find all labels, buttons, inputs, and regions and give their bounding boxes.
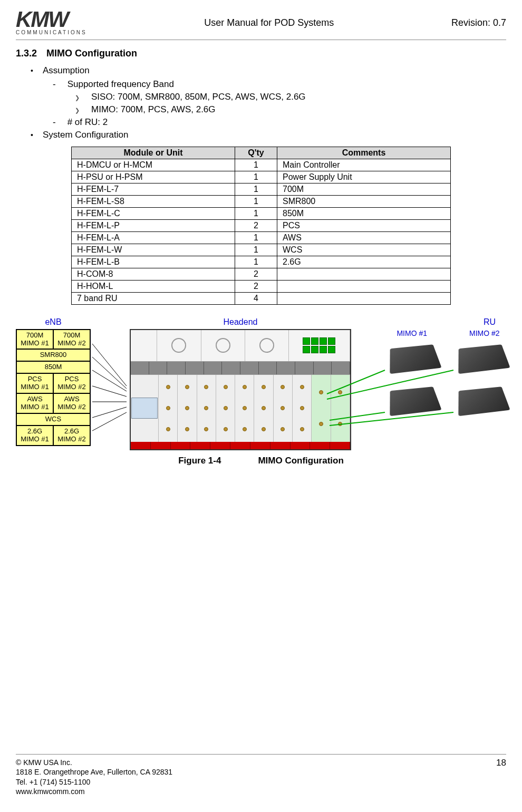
- section-heading: 1.3.2MIMO Configuration: [16, 48, 506, 59]
- cell-comment: 850M: [277, 207, 451, 219]
- cell-comment: 2.6G: [277, 256, 451, 268]
- cell-module: H-FEM-L-B: [72, 256, 235, 268]
- figure-caption-text: MIMO Configuration: [258, 456, 343, 466]
- bullet-ru-count: # of RU: 2: [53, 117, 506, 128]
- table-row: H-HOM-L2: [72, 280, 451, 292]
- cell-qty: 2: [235, 219, 277, 231]
- enb-pcs-1: PCSMIMO #1: [16, 373, 53, 393]
- headend-column: Headend: [101, 317, 380, 450]
- cell-comment: PCS: [277, 219, 451, 231]
- footer-company: © KMW USA Inc.: [16, 758, 172, 767]
- document-title: User Manual for POD Systems: [87, 17, 451, 28]
- table-row: H-FEM-L-S81SMR800: [72, 195, 451, 207]
- bullet-system-config: System Configuration: [31, 130, 506, 140]
- ru-unit: [459, 384, 506, 415]
- cell-qty: 1: [235, 231, 277, 244]
- cell-comment: [277, 268, 451, 280]
- cell-comment: [277, 280, 451, 292]
- dial-icon: [216, 338, 230, 353]
- ru-unit: [459, 342, 506, 373]
- enb-26g-1: 2.6GMIMO #1: [16, 426, 53, 446]
- bullet-assumption: Assumption: [31, 65, 506, 76]
- footer-address: 1818 E. Orangethrope Ave, Fullerton, CA …: [16, 767, 172, 777]
- ru-label: RU: [484, 317, 496, 327]
- lcd-icon: [131, 398, 158, 419]
- cell-module: H-FEM-L-C: [72, 207, 235, 219]
- cell-module: H-DMCU or H-MCM: [72, 159, 235, 171]
- table-row: H-DMCU or H-MCM1Main Controller: [72, 159, 451, 171]
- cell-comment: Power Supply Unit: [277, 171, 451, 183]
- mimo2-label: MIMO #2: [469, 329, 500, 337]
- logo-main: KMW: [16, 11, 68, 28]
- cell-module: H-PSU or H-PSM: [72, 171, 235, 183]
- dial-icon: [171, 338, 186, 353]
- cell-module: H-FEM-L-P: [72, 219, 235, 231]
- mimo1-label: MIMO #1: [397, 329, 427, 337]
- section-title: MIMO Configuration: [46, 48, 137, 59]
- footer-tel: Tel. +1 (714) 515-1100: [16, 777, 172, 787]
- th-comments: Comments: [277, 147, 451, 159]
- enb-aws-2: AWSMIMO #2: [53, 393, 90, 413]
- th-qty: Q'ty: [235, 147, 277, 159]
- enb-smr800: SMR800: [16, 349, 90, 361]
- cell-qty: 1: [235, 195, 277, 207]
- table-row: H-FEM-L-71700M: [72, 183, 451, 195]
- bullet-siso: SISO: 700M, SMR800, 850M, PCS, AWS, WCS,…: [75, 92, 506, 102]
- figure-caption: Figure 1-4MIMO Configuration: [16, 456, 506, 466]
- th-module: Module or Unit: [72, 147, 235, 159]
- section-number: 1.3.2: [16, 48, 37, 59]
- cell-qty: 2: [235, 280, 277, 292]
- cell-module: H-COM-8: [72, 268, 235, 280]
- cell-module: H-HOM-L: [72, 280, 235, 292]
- bullet-freq-band: Supported frequency Band: [53, 79, 506, 90]
- cell-comment: AWS: [277, 231, 451, 244]
- dial-icon: [259, 338, 274, 353]
- cell-qty: 1: [235, 207, 277, 219]
- enb-label: eNB: [16, 317, 91, 327]
- enb-pcs-2: PCSMIMO #2: [53, 373, 90, 393]
- page-footer: © KMW USA Inc. 1818 E. Orangethrope Ave,…: [16, 754, 506, 796]
- table-row: H-FEM-L-P2PCS: [72, 219, 451, 231]
- table-row: H-FEM-L-A1AWS: [72, 231, 451, 244]
- footer-web: www.kmwcomm.com: [16, 787, 172, 796]
- headend-chassis: [130, 329, 351, 450]
- cell-comment: SMR800: [277, 195, 451, 207]
- enb-table: 700MMIMO #1 700MMIMO #2 SMR800 850M PCSM…: [16, 329, 91, 446]
- content-bullets: Assumption Supported frequency Band SISO…: [21, 65, 506, 143]
- cell-qty: 2: [235, 268, 277, 280]
- cell-comment: 700M: [277, 183, 451, 195]
- figure-diagram: eNB 700MMIMO #1 700MMIMO #2 SMR800 850M …: [16, 317, 506, 450]
- logo: KMW COMMUNICATIONS: [16, 11, 87, 35]
- cell-comment: [277, 292, 451, 304]
- table-row: H-FEM-L-C1850M: [72, 207, 451, 219]
- enb-column: eNB 700MMIMO #1 700MMIMO #2 SMR800 850M …: [16, 317, 91, 446]
- ru-column: RU MIMO #1 MIMO #2: [390, 317, 506, 415]
- cell-comment: WCS: [277, 244, 451, 256]
- enb-850m: 850M: [16, 361, 90, 373]
- enb-wcs: WCS: [16, 413, 90, 426]
- bullet-mimo: MIMO: 700M, PCS, AWS, 2.6G: [75, 104, 506, 115]
- page-header: KMW COMMUNICATIONS User Manual for POD S…: [16, 11, 506, 40]
- table-row: H-FEM-L-W1WCS: [72, 244, 451, 256]
- cell-module: 7 band RU: [72, 292, 235, 304]
- table-row: H-COM-82: [72, 268, 451, 280]
- headend-label: Headend: [224, 317, 258, 327]
- ru-unit: [390, 384, 438, 415]
- cell-qty: 4: [235, 292, 277, 304]
- cell-qty: 1: [235, 256, 277, 268]
- cell-qty: 1: [235, 244, 277, 256]
- cell-module: H-FEM-L-W: [72, 244, 235, 256]
- enb-aws-1: AWSMIMO #1: [16, 393, 53, 413]
- revision-label: Revision: 0.7: [451, 17, 506, 28]
- table-row: H-FEM-L-B12.6G: [72, 256, 451, 268]
- enb-26g-2: 2.6GMIMO #2: [53, 426, 90, 446]
- cell-module: H-FEM-L-A: [72, 231, 235, 244]
- figure-number: Figure 1-4: [178, 456, 221, 466]
- cell-qty: 1: [235, 159, 277, 171]
- cell-qty: 1: [235, 183, 277, 195]
- page-number: 18: [496, 758, 506, 796]
- port-grid: [299, 334, 339, 356]
- logo-sub: COMMUNICATIONS: [16, 30, 87, 35]
- config-table: Module or Unit Q'ty Comments H-DMCU or H…: [71, 147, 451, 305]
- cell-module: H-FEM-L-7: [72, 183, 235, 195]
